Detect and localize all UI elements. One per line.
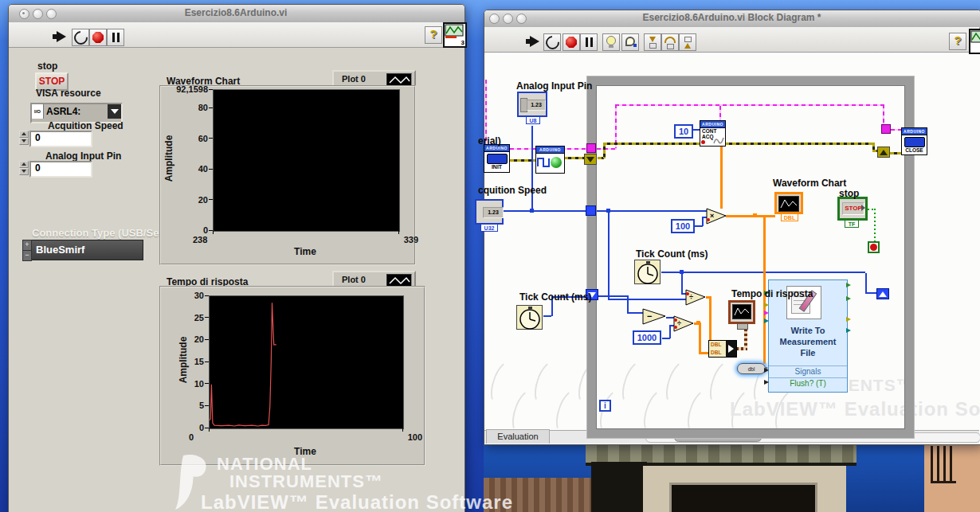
conn-increment-button[interactable]: + xyxy=(22,240,32,251)
tick-count-node-outer[interactable] xyxy=(516,305,543,330)
waveform-x-axis-label: Time xyxy=(265,246,345,257)
iteration-terminal[interactable]: i xyxy=(599,400,611,412)
tf-type-tag[interactable]: TF xyxy=(845,220,859,228)
multiply-node[interactable]: × xyxy=(706,208,727,225)
step-out-icon xyxy=(684,43,691,49)
run-continuous-button[interactable] xyxy=(543,33,561,51)
decrement-icon[interactable] xyxy=(19,138,29,145)
waveform-chart-node[interactable] xyxy=(774,192,803,214)
tempo-chart-node[interactable] xyxy=(728,300,755,324)
pause-button[interactable] xyxy=(580,33,598,51)
wire-or xyxy=(726,215,775,217)
y-tick-label: 92,1598 xyxy=(163,84,208,94)
increment-icon[interactable] xyxy=(19,131,29,138)
block-diagram-title: Esercizio8.6Arduino.vi Block Diagram * xyxy=(484,12,980,23)
acquition-speed-node[interactable]: 1.23 xyxy=(475,199,504,225)
tempo-chart-plot[interactable] xyxy=(209,295,404,429)
help-button[interactable]: ? xyxy=(425,26,442,44)
wire-bl xyxy=(597,210,707,212)
increment-icon[interactable] xyxy=(19,161,29,168)
analog-pin-field[interactable]: 0 xyxy=(29,161,92,178)
y-tick-mark xyxy=(205,362,209,362)
shift-register-error-right[interactable] xyxy=(877,147,890,158)
wire-bl xyxy=(598,295,627,297)
conn-decrement-button[interactable]: − xyxy=(22,250,32,261)
vi-icon[interactable]: 3 xyxy=(443,22,467,48)
connection-type-control[interactable]: + − BlueSmirf xyxy=(22,240,143,260)
retain-wire-values-button[interactable] xyxy=(621,33,639,51)
numeric-display: 1.23 xyxy=(527,100,546,111)
arduino-setpin-node[interactable]: ARDUINO xyxy=(535,146,565,174)
constant-100[interactable]: 100 xyxy=(671,219,695,233)
red-dot-icon xyxy=(701,140,705,144)
tick-count-outer-label: Tick Count (ms) xyxy=(519,291,591,303)
analog-input-pin-node[interactable]: 1.23 xyxy=(517,92,547,117)
tunnel-visa-right[interactable] xyxy=(881,124,891,134)
arduino-init-node[interactable]: ARDUINO INIT xyxy=(484,144,510,173)
wire-or xyxy=(699,322,701,354)
dynamic-data-constant[interactable]: dbl xyxy=(737,363,766,374)
stop-terminal-node[interactable]: STOP xyxy=(837,197,868,221)
constant-1000[interactable]: 1000 xyxy=(633,330,661,345)
y-tick-label: 0 xyxy=(159,423,204,432)
wire-ol xyxy=(890,152,901,154)
subtract-node[interactable]: − xyxy=(642,308,666,325)
waveform-chart-label: Waveform Chart xyxy=(773,178,846,189)
wire-bl xyxy=(681,273,683,294)
combo-dropdown-button[interactable] xyxy=(108,104,121,119)
tunnel-speed-left[interactable] xyxy=(586,205,596,216)
wire-ol xyxy=(564,157,585,159)
lightbulb-icon xyxy=(606,36,616,45)
run-continuous-button[interactable] xyxy=(72,29,89,46)
wire-bl xyxy=(865,292,877,294)
acquition-speed-label: Acquition Speed xyxy=(48,120,123,131)
wtmf-title: Write To Measurement File xyxy=(772,325,844,358)
merge-signals-node[interactable]: DBL DBL xyxy=(708,340,737,358)
decrement-icon[interactable] xyxy=(19,168,29,175)
abort-button[interactable] xyxy=(89,29,107,46)
abort-button[interactable] xyxy=(563,33,580,51)
constant-10[interactable]: 10 xyxy=(674,124,693,139)
arduino-cont-acq-node[interactable]: ARDUINO CONT ACQ xyxy=(700,120,726,147)
wire-bl xyxy=(543,315,551,317)
tunnel-visa-left[interactable] xyxy=(586,143,596,153)
dbl-type-tag[interactable]: DBL xyxy=(781,213,798,221)
shift-register-tick-right[interactable] xyxy=(876,288,889,299)
tick-count-node-inner[interactable] xyxy=(634,260,661,284)
wire-ol xyxy=(603,143,606,158)
junction-dot xyxy=(753,213,757,217)
help-button[interactable]: ? xyxy=(949,33,966,50)
highlight-execution-button[interactable] xyxy=(602,33,620,51)
wtmf-signals-row[interactable]: Signals xyxy=(769,365,847,377)
wire-pk xyxy=(883,104,884,126)
waveform-chart-plot[interactable] xyxy=(213,89,400,232)
analog-pin-stepper[interactable] xyxy=(19,161,29,175)
x-tick-label: 339 xyxy=(378,235,418,244)
y-tick-label: 80 xyxy=(163,103,208,112)
vi-icon[interactable] xyxy=(969,29,980,54)
terminal-arrow xyxy=(764,380,769,385)
arduino-header: ARDUINO xyxy=(902,128,927,135)
step-out-button[interactable] xyxy=(679,33,696,51)
u32-type-tag[interactable]: U32 xyxy=(480,224,498,232)
step-over-button[interactable] xyxy=(661,33,679,51)
terminal-arrow xyxy=(846,296,851,301)
u8-type-tag[interactable]: U8 xyxy=(526,116,540,124)
wtmf-flush-row[interactable]: Flush? (T) xyxy=(769,377,847,389)
arduino-close-node[interactable]: ARDUINO CLOSE xyxy=(901,127,927,155)
terminal-arrow xyxy=(764,303,769,307)
step-into-button[interactable] xyxy=(644,33,661,51)
stop-label: stop xyxy=(37,61,57,72)
clock-icon xyxy=(635,260,661,285)
pause-icon xyxy=(112,33,115,42)
divide-node-2[interactable]: ÷ xyxy=(673,315,694,332)
loop-condition-terminal[interactable] xyxy=(868,241,880,253)
shift-register-error-left[interactable] xyxy=(584,154,597,165)
pause-button[interactable] xyxy=(107,29,124,46)
step-node-icon xyxy=(667,44,674,49)
stop-label: stop xyxy=(839,188,859,199)
arduino-board-icon xyxy=(487,154,508,164)
acq-speed-stepper[interactable] xyxy=(19,131,29,145)
divide-node-1[interactable]: ÷ xyxy=(685,289,706,306)
acq-speed-field[interactable]: 0 xyxy=(29,131,92,147)
